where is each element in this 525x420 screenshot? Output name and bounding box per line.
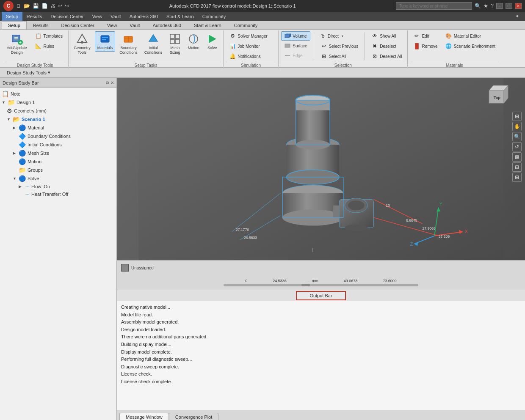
boundary-conditions-button[interactable]: BoundaryConditions bbox=[117, 31, 140, 57]
dropdown-arrow-icon: ▾ bbox=[48, 70, 50, 75]
view-settings-button[interactable]: ⊞ bbox=[512, 173, 522, 182]
tree-scenario1[interactable]: ▼ 📂 Scenario 1 bbox=[0, 115, 116, 124]
templates-button[interactable]: 📋 Templates bbox=[32, 31, 66, 41]
deselect-all-label: Deselect All bbox=[380, 54, 402, 59]
tab-results[interactable]: Results bbox=[27, 21, 55, 29]
notifications-button[interactable]: 🔔 Notifications bbox=[226, 52, 271, 61]
tree-heat-transfer[interactable]: ▶ → Heat Transfer: Off bbox=[0, 190, 116, 198]
material-editor-button[interactable]: 🎨 Material Editor bbox=[442, 31, 498, 41]
new-icon[interactable]: 🗋 bbox=[16, 3, 21, 9]
menu-community[interactable]: Community bbox=[198, 12, 230, 21]
solver-manager-button[interactable]: ⚙ Solver Manager bbox=[226, 31, 271, 41]
close-button[interactable]: ✕ bbox=[515, 3, 522, 9]
deselect-button[interactable]: ✖ Deselect bbox=[368, 41, 405, 51]
output-message: Model file read. bbox=[121, 311, 521, 319]
zoom-extents-button[interactable]: ⊞ bbox=[512, 112, 522, 121]
menu-view[interactable]: View bbox=[88, 12, 107, 21]
minimize-button[interactable]: ─ bbox=[496, 3, 503, 9]
tab-community[interactable]: Community bbox=[228, 21, 264, 29]
output-message: License check complete. bbox=[121, 378, 521, 386]
tree-motion[interactable]: ▶ 🔵 Motion bbox=[0, 157, 116, 166]
mesh-label: Mesh Size bbox=[28, 151, 49, 156]
geometry-tools-button[interactable]: GeometryTools bbox=[71, 31, 93, 57]
svg-rect-1 bbox=[14, 37, 18, 38]
tree-boundary-conditions[interactable]: ▶ 🔷 Boundary Conditions bbox=[0, 132, 116, 140]
deselect-all-button[interactable]: ⊠ Deselect All bbox=[368, 52, 405, 61]
redo-icon[interactable]: ↪ bbox=[65, 3, 69, 9]
sidebar-close-button[interactable]: ✕ bbox=[111, 80, 114, 85]
menu-vault[interactable]: Vault bbox=[106, 12, 125, 21]
menu-autodesk360[interactable]: Autodesk 360 bbox=[125, 12, 162, 21]
maximize-button[interactable]: □ bbox=[506, 3, 512, 9]
tab-decision-center[interactable]: Decision Center bbox=[55, 21, 100, 29]
select-previous-button[interactable]: ↩ Select Previous bbox=[318, 41, 361, 51]
scale-thumb[interactable] bbox=[301, 284, 310, 286]
pan-button[interactable]: ✋ bbox=[512, 122, 522, 131]
tree-design1[interactable]: ▼ 📁 Design 1 bbox=[0, 98, 116, 107]
tab-message-window[interactable]: Message Window bbox=[119, 413, 169, 420]
saveas-icon[interactable]: 📄 bbox=[41, 3, 48, 9]
menu-start-learn[interactable]: Start & Learn bbox=[162, 12, 198, 21]
menu-extra[interactable]: ✦ bbox=[511, 12, 523, 21]
scenario-environment-button[interactable]: 🌐 Scenario Environment bbox=[442, 41, 498, 51]
undo-icon[interactable]: ↩ bbox=[58, 3, 62, 9]
tree-note[interactable]: 📋 Note bbox=[0, 90, 116, 98]
tree-initial-conditions[interactable]: ▶ 🔷 Initial Conditions bbox=[0, 140, 116, 149]
svg-text:Y: Y bbox=[439, 201, 442, 206]
menu-decision-center[interactable]: Decision Center bbox=[46, 12, 88, 21]
rotate-button[interactable]: ↺ bbox=[512, 142, 522, 151]
sidebar-float-button[interactable]: ⧉ bbox=[106, 80, 109, 85]
job-monitor-button[interactable]: 📊 Job Monitor bbox=[226, 41, 271, 51]
fit-button[interactable]: ⊠ bbox=[512, 152, 522, 162]
design1-label: Design 1 bbox=[17, 100, 35, 105]
open-icon[interactable]: 📂 bbox=[24, 3, 30, 9]
tab-setup[interactable]: Setup bbox=[2, 21, 27, 29]
edit-button[interactable]: ✏ Edit bbox=[410, 31, 440, 41]
bookmark-icon[interactable]: ★ bbox=[484, 3, 488, 9]
tree-solve[interactable]: ▼ 🔵 Solve bbox=[0, 174, 116, 183]
save-icon[interactable]: 💾 bbox=[33, 3, 39, 9]
display-options-button[interactable]: ⊟ bbox=[512, 162, 522, 172]
add-update-design-button[interactable]: + Add/UpdateDesign bbox=[4, 31, 30, 57]
zoom-button[interactable]: 🔍 bbox=[512, 132, 522, 141]
tree-mesh-size[interactable]: ▶ 🔵 Mesh Size bbox=[0, 149, 116, 157]
show-all-button[interactable]: 👁 Show All bbox=[368, 31, 405, 41]
select-all-button[interactable]: ⊞ Select All bbox=[318, 52, 361, 61]
viewport[interactable]: X Y Z 26.5833 27.1776 8.6045 27.9068 37.… bbox=[117, 78, 525, 290]
help-icon[interactable]: ? bbox=[491, 3, 494, 9]
remove-button[interactable]: █ Remove bbox=[410, 41, 440, 51]
menu-setup[interactable]: Setup bbox=[2, 12, 22, 21]
direct-button[interactable]: 🖱 Direct bbox=[318, 31, 341, 41]
tree-geometry[interactable]: ⚙ Geometry (mm) bbox=[0, 107, 116, 115]
volume-button[interactable]: Volume bbox=[281, 31, 310, 41]
solve-expand-icon: ▼ bbox=[13, 176, 17, 181]
tree-material[interactable]: ▶ 🔵 Material bbox=[0, 124, 116, 132]
mesh-sizing-button[interactable]: MeshSizing bbox=[166, 31, 183, 57]
scale-track[interactable] bbox=[224, 284, 418, 286]
surface-button[interactable]: Surface bbox=[281, 41, 310, 50]
tab-autodesk360[interactable]: Autodesk 360 bbox=[146, 21, 188, 29]
motion-button[interactable]: Motion bbox=[185, 31, 202, 52]
rules-button[interactable]: 📐 Rules bbox=[32, 41, 66, 51]
solve-button[interactable]: Solve bbox=[204, 31, 221, 52]
edge-button[interactable]: Edge bbox=[281, 51, 310, 60]
view-cube[interactable]: Top bbox=[487, 82, 512, 107]
direct-dropdown[interactable]: ▾ bbox=[341, 33, 345, 39]
materials-button[interactable]: Materials bbox=[95, 31, 116, 52]
tab-start-learn[interactable]: Start & Learn bbox=[188, 21, 228, 29]
print-icon[interactable]: 🖨 bbox=[50, 3, 55, 9]
tab-vault[interactable]: Vault bbox=[123, 21, 146, 29]
design-study-tools-label: Design Study Tools bbox=[7, 70, 47, 75]
initial-conditions-button[interactable]: InitialConditions bbox=[142, 31, 165, 57]
sel-divider2 bbox=[365, 32, 365, 60]
svg-rect-8 bbox=[102, 37, 108, 38]
search-icon[interactable]: 🔍 bbox=[475, 3, 481, 9]
show-all-icon: 👁 bbox=[371, 33, 378, 39]
tree-flow-on[interactable]: ▶ → Flow: On bbox=[0, 183, 116, 190]
menu-results[interactable]: Results bbox=[22, 12, 47, 21]
tree-groups[interactable]: ▶ 📁 Groups bbox=[0, 166, 116, 174]
tab-convergence-plot[interactable]: Convergence Plot bbox=[169, 413, 218, 420]
design-study-tools-dropdown[interactable]: Design Study Tools ▾ bbox=[3, 69, 55, 76]
search-input[interactable] bbox=[396, 2, 472, 10]
tab-view[interactable]: View bbox=[101, 21, 124, 29]
